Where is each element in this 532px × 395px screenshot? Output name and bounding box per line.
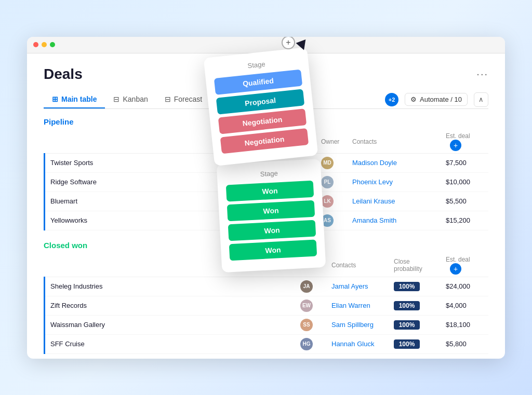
row-contact[interactable]: Amanda Smith [348,211,410,230]
more-options-button[interactable]: ··· [476,68,488,80]
won-badge-3[interactable]: Won [228,220,316,241]
row-contact[interactable]: Phoenix Levy [348,172,410,192]
minimize-dot[interactable] [42,42,47,47]
tab-forecast-label: Forecast [174,95,202,103]
table-row: SFF Cruise HG Hannah Gluck 100% $5,800 [45,334,489,353]
pipeline-stage-header [410,130,442,154]
pipeline-contacts-header: Contacts [348,130,410,154]
tab-main-table-label: Main table [61,95,97,103]
add-column-floating-button[interactable]: + [282,37,295,49]
row-contact[interactable]: Jamal Ayers [327,277,390,296]
contact-link[interactable]: Sam Spillberg [331,321,374,329]
table-row: Waissman Gallery SS Sam Spillberg 100% $… [45,315,489,334]
row-name: Sheleg Industries [45,277,297,296]
row-est-deal: $5,500 [442,192,488,211]
avatar: EW [300,299,313,312]
avatar: LK [321,195,334,208]
row-name: Zift Records [45,296,297,315]
row-est-deal: $24,000 [442,277,488,296]
row-est-deal: $10,000 [442,172,488,192]
close-dot[interactable] [33,42,38,47]
collapse-button[interactable]: ∧ [474,92,488,107]
cw-est-header: Est. deal + [442,254,488,277]
row-owner: JA [296,277,327,296]
contact-link[interactable]: Elian Warren [331,302,370,309]
row-owner: SS [296,315,327,334]
popup2-title: Stage [225,167,313,180]
close-prob-badge: 100% [394,339,420,349]
row-contact[interactable]: Madison Doyle [348,153,410,172]
automate-label: Automate / 10 [420,96,462,103]
pipeline-est-header: Est. deal + [442,130,488,154]
row-est-deal: $5,800 [442,334,488,353]
contact-link[interactable]: Amanda Smith [352,216,396,224]
cw-prob-header: Close probability [390,254,442,277]
row-owner: HG [296,334,327,353]
row-prob: 100% [390,334,442,353]
row-est-deal: $15,200 [442,211,488,230]
users-badge[interactable]: +2 [385,93,398,106]
toolbar-right: +2 ⚙ Automate / 10 ∧ [385,92,488,107]
row-name: Waissman Gallery [45,315,297,334]
won-badge-4[interactable]: Won [229,239,317,261]
avatar: SS [300,319,313,331]
row-contact[interactable]: Sam Spillberg [327,315,390,334]
table-row: Zift Records EW Elian Warren 100% $4,000 [45,296,489,315]
row-stage [410,211,442,230]
close-prob-badge: 100% [394,301,420,310]
automate-icon: ⚙ [410,96,417,103]
row-contact[interactable]: Leilani Krause [348,192,410,211]
pipeline-owner-header: Owner [317,130,348,154]
row-est-deal: $7,500 [442,153,488,172]
won-badge-2[interactable]: Won [227,200,315,221]
pipeline-add-col-button[interactable]: + [450,140,461,151]
cw-contacts-header: Contacts [327,254,390,277]
row-owner: MD [317,153,348,172]
app-window: Deals ··· ⊞ Main table ⊟ Kanban ⊟ Foreca… [27,37,505,359]
row-prob: 100% [390,277,442,296]
tab-kanban[interactable]: ⊟ Kanban [105,91,156,108]
maximize-dot[interactable] [50,42,55,47]
forecast-icon: ⊟ [165,95,171,103]
page-title: Deals [44,66,83,83]
contact-link[interactable]: Madison Doyle [352,159,397,167]
row-est-deal: $18,100 [442,315,488,334]
kanban-icon: ⊟ [113,95,119,103]
avatar: PL [321,176,334,188]
row-contact[interactable]: Hannah Gluck [327,334,390,353]
avatar: HG [300,338,313,350]
tab-kanban-label: Kanban [123,95,148,103]
won-popup-card: Stage Won Won Won Won [217,158,326,272]
contact-link[interactable]: Hannah Gluck [331,340,374,348]
row-stage [410,172,442,192]
row-stage [410,192,442,211]
tab-main-table[interactable]: ⊞ Main table [44,91,105,108]
table-row: Sheleg Industries JA Jamal Ayers 100% $2… [45,277,489,296]
contact-link[interactable]: Leilani Krause [352,197,395,205]
close-prob-badge: 100% [394,282,420,291]
row-prob: 100% [390,296,442,315]
row-prob: 100% [390,315,442,334]
contact-link[interactable]: Phoenix Levy [352,178,393,186]
row-est-deal: $4,000 [442,296,488,315]
automate-button[interactable]: ⚙ Automate / 10 [405,93,468,106]
title-bar [27,37,505,53]
row-name: SFF Cruise [45,334,297,353]
row-owner: EW [296,296,327,315]
contact-link[interactable]: Jamal Ayers [331,282,368,290]
close-prob-badge: 100% [394,320,420,330]
row-contact[interactable]: Elian Warren [327,296,390,315]
stage-popup-card: Stage Qualified Proposal Negotiation Neg… [204,47,318,166]
tab-forecast[interactable]: ⊟ Forecast [156,91,210,108]
won-badge-1[interactable]: Won [226,180,314,201]
avatar: MD [321,157,334,169]
main-table-icon: ⊞ [52,95,58,103]
avatar: JA [300,280,313,293]
cw-add-col-button[interactable]: + [450,263,461,275]
row-stage [410,153,442,172]
